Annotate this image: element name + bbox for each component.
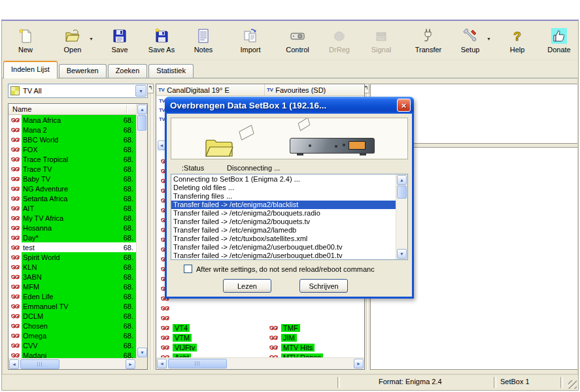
channel-list-horizontal-scrollbar[interactable]: ◄ ► bbox=[9, 358, 136, 369]
log-line[interactable]: Transfer failed -> /etc/tuxbox/satellite… bbox=[171, 235, 396, 243]
log-line[interactable]: Transfer failed -> /etc/enigma2/lamedb bbox=[171, 226, 396, 235]
horizontal-scroll-thumb[interactable] bbox=[20, 359, 60, 369]
resize-grip[interactable] bbox=[568, 380, 577, 389]
channel-row[interactable]: Madani68. bbox=[9, 350, 136, 358]
channel-row[interactable]: AIT68. bbox=[9, 203, 136, 213]
close-icon[interactable]: × bbox=[397, 99, 411, 112]
toolbar-button-control[interactable]: Control bbox=[277, 22, 318, 59]
scroll-left-icon[interactable]: ◄ bbox=[9, 359, 19, 369]
channel-row[interactable]: CVV68. bbox=[9, 340, 136, 350]
horizontal-scroll-thumb[interactable] bbox=[168, 359, 227, 368]
log-line[interactable]: Transfer failed -> /etc/enigma2/bouquets… bbox=[171, 218, 396, 226]
toolbar-button-help[interactable]: ?Help bbox=[496, 22, 538, 59]
middle-channel-row[interactable]: VIJFtvMTV Hits bbox=[156, 342, 364, 352]
column-header-favourites[interactable]: TV Favourites (SD) bbox=[265, 84, 364, 95]
channel-row[interactable]: DCLM68. bbox=[9, 311, 136, 321]
channel-value: 68. bbox=[124, 342, 136, 350]
toolbar-button-setup[interactable]: Setup▼ bbox=[449, 22, 491, 59]
middle-channel-row[interactable] bbox=[156, 303, 364, 313]
scroll-down-icon[interactable]: ▼ bbox=[397, 249, 407, 259]
tab-bewerken[interactable]: Bewerken bbox=[59, 64, 107, 78]
channel-row[interactable]: Chosen68. bbox=[9, 321, 136, 331]
toolbar-button-label: Import bbox=[240, 46, 260, 54]
dropdown-arrow-icon[interactable]: ▼ bbox=[89, 37, 94, 41]
middle-channel-row[interactable]: VTMJIM bbox=[156, 333, 364, 342]
scroll-down-icon[interactable]: ▼ bbox=[137, 348, 147, 357]
log-line[interactable]: Transfer failed -> /etc/enigma2/userbouq… bbox=[171, 243, 396, 252]
scroll-right-icon[interactable]: ► bbox=[126, 359, 135, 369]
channel-row[interactable]: Trace TV68. bbox=[9, 164, 136, 174]
log-line[interactable]: Transfer failed -> /etc/enigma2/blacklis… bbox=[171, 201, 396, 209]
scroll-left-icon[interactable]: ◄ bbox=[157, 359, 167, 368]
read-button[interactable]: Lezen bbox=[223, 279, 271, 293]
log-line[interactable]: Transfer failed -> /etc/enigma2/userbouq… bbox=[171, 252, 396, 259]
channel-row[interactable]: Hosanna68. bbox=[9, 223, 136, 233]
scroll-up-icon[interactable]: ▲ bbox=[397, 175, 407, 185]
tv-badge-icon: TV bbox=[159, 107, 165, 113]
channel-row[interactable]: MFM68. bbox=[9, 282, 136, 291]
channel-row[interactable]: test68. bbox=[9, 242, 136, 252]
middle-channel-row[interactable]: VT4TMF bbox=[156, 323, 364, 333]
toolbar-button-save-as[interactable]: Save As bbox=[141, 22, 182, 59]
middle-channel-row[interactable]: AchtMTV Dance bbox=[156, 352, 364, 357]
toolbar-button-open[interactable]: Open▼ bbox=[52, 22, 94, 59]
channel-value: 68. bbox=[124, 253, 136, 261]
channel-row[interactable]: Baby TV68. bbox=[9, 174, 136, 184]
channel-row[interactable]: Trace Tropical68. bbox=[9, 154, 136, 164]
dialog-title: Overbrengen Data SetBox 1 (192.16... bbox=[170, 101, 397, 110]
channel-row[interactable]: Omega68. bbox=[9, 331, 136, 340]
vertical-scroll-thumb[interactable] bbox=[397, 186, 407, 199]
channel-row[interactable]: Mana Africa68. bbox=[9, 115, 136, 125]
tab-indelen-lijst[interactable]: Indelen Lijst bbox=[3, 61, 58, 78]
channel-row[interactable]: Setanta Africa68. bbox=[9, 193, 136, 203]
toolbar-button-import[interactable]: Import bbox=[230, 22, 271, 59]
dropdown-arrow-icon[interactable]: ▼ bbox=[486, 37, 491, 41]
remote-control-icon bbox=[289, 27, 306, 44]
channel-list-vertical-scrollbar[interactable]: ▲ ▼ bbox=[136, 104, 147, 358]
log-vertical-scrollbar[interactable]: ▲ ▼ bbox=[396, 174, 407, 259]
column-header-canaldigitaal[interactable]: TV CanalDigitaal 19° E bbox=[156, 84, 265, 95]
toolbar-button-transfer[interactable]: Transfer bbox=[407, 22, 449, 59]
bouquet-horizontal-scrollbar[interactable]: ◄ ► bbox=[156, 357, 364, 369]
channel-row[interactable]: Spirit World68. bbox=[9, 252, 136, 262]
tab-statistiek[interactable]: Statistiek bbox=[148, 64, 194, 78]
channel-row[interactable]: 3ABN68. bbox=[9, 272, 136, 282]
channel-rows: Mana Africa68.Mana 268.BBC World68.FOX68… bbox=[9, 115, 136, 358]
middle-channel-row[interactable] bbox=[156, 313, 364, 323]
channel-row[interactable]: My TV Africa68. bbox=[9, 213, 136, 223]
combobox-dropdown-button[interactable]: ▼ bbox=[135, 85, 146, 97]
reload-checkbox[interactable] bbox=[184, 265, 192, 273]
splitter-collapse-button-left[interactable]: ↰ bbox=[147, 84, 154, 93]
channel-value: 68. bbox=[124, 224, 136, 232]
log-line[interactable]: Connecting to SetBox 1 (Enigma 2.4) ... bbox=[171, 175, 396, 184]
channel-row[interactable]: BBC World68. bbox=[9, 135, 136, 144]
scroll-right-icon[interactable]: ► bbox=[354, 359, 364, 368]
channel-name: Trace Tropical bbox=[22, 155, 124, 163]
dialog-body: :Status Disconnecting ... Connecting to … bbox=[165, 114, 414, 299]
channel-row[interactable]: KLN68. bbox=[9, 262, 136, 272]
channel-row[interactable]: Day*68. bbox=[9, 233, 136, 242]
log-line[interactable]: Deleting old files ... bbox=[171, 184, 396, 192]
channel-row[interactable]: FOX68. bbox=[9, 144, 136, 154]
toolbar-button-notes[interactable]: Notes bbox=[182, 22, 224, 59]
dialog-titlebar[interactable]: Overbrengen Data SetBox 1 (192.16... × bbox=[165, 97, 414, 114]
name-column-header[interactable]: Name bbox=[9, 104, 136, 115]
log-line[interactable]: Transfering files ... bbox=[171, 192, 396, 201]
channel-row[interactable]: Emmanuel TV68. bbox=[9, 301, 136, 311]
toolbar-button-donate[interactable]: Donate bbox=[538, 22, 580, 59]
channel-row[interactable]: Mana 268. bbox=[9, 125, 136, 135]
channel-row[interactable]: Eden Life68. bbox=[9, 291, 136, 301]
tab-zoeken[interactable]: Zoeken bbox=[108, 64, 148, 78]
channel-value: 68. bbox=[124, 244, 136, 252]
channel-row[interactable]: NG Adventure68. bbox=[9, 184, 136, 193]
scroll-up-icon[interactable]: ▲ bbox=[137, 105, 147, 114]
toolbar-button-new[interactable]: New bbox=[5, 22, 46, 59]
vertical-scroll-thumb[interactable] bbox=[137, 115, 146, 131]
channel-filter-combobox[interactable]: TV All ▼ bbox=[8, 84, 148, 98]
write-button[interactable]: Schrijven bbox=[299, 279, 348, 293]
channel-name: NG Adventure bbox=[22, 185, 124, 193]
channel-row-body: KLN68. bbox=[22, 262, 136, 272]
toolbar-button-save[interactable]: Save bbox=[99, 22, 141, 59]
log-line[interactable]: Transfer failed -> /etc/enigma2/bouquets… bbox=[171, 209, 396, 218]
splitter-left[interactable] bbox=[150, 84, 154, 370]
